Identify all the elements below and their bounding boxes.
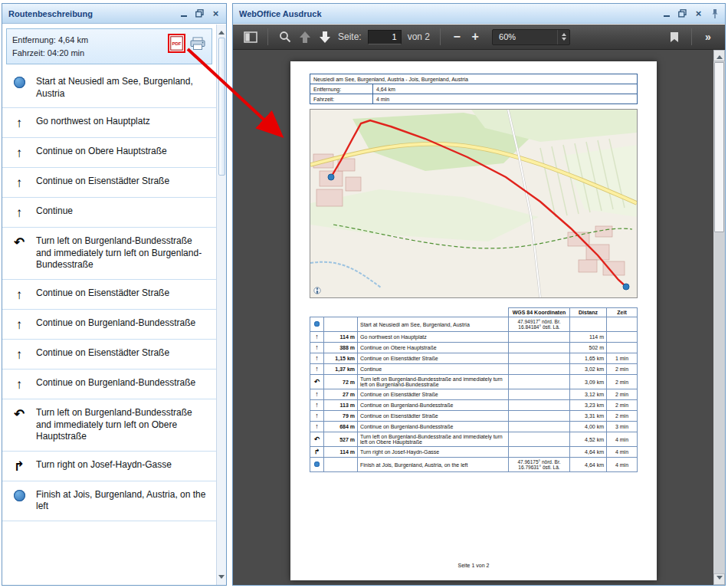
segment-distance: 1,37 km (324, 364, 358, 375)
close-button[interactable]: × (209, 8, 222, 20)
maneuver-icon: ↑ (315, 412, 319, 419)
segment-distance: 527 m (324, 432, 358, 447)
route-step[interactable]: ↶ Turn left on Burgenland-Bundesstraße a… (2, 399, 216, 452)
maneuver-icon (2, 76, 36, 100)
column-coordinates: WGS 84 Koordinaten (509, 308, 570, 317)
window-controls: × (660, 8, 721, 20)
maneuver-icon: ↑ (2, 205, 36, 219)
route-step[interactable]: Finish at Jois, Burgenland, Austria, on … (2, 481, 216, 521)
cumulative-distance: 502 m (570, 343, 607, 353)
cumulative-time: 2 min (607, 400, 638, 411)
maneuver-icon: ↑ (315, 333, 319, 340)
step-text: Start at Neusiedl am See, Burgenland, Au… (36, 76, 213, 100)
sidebar-toggle-button[interactable] (241, 27, 261, 47)
cumulative-distance: 3,09 km (570, 375, 607, 389)
scroll-down-button[interactable] (713, 573, 725, 585)
pdf-page-area: Neusiedl am See, Burgenland, Austria - J… (233, 50, 713, 585)
segment-distance: 79 m (324, 411, 358, 422)
scroll-down-icon[interactable] (218, 575, 225, 582)
restore-button[interactable] (193, 8, 206, 20)
route-duration: Fahrzeit: 04:20 min (12, 47, 88, 60)
cumulative-distance: 4,64 km (570, 458, 607, 472)
step-text: Continue on Burgenland-Bundesstraße (36, 317, 202, 331)
cumulative-distance: 4,64 km (570, 447, 607, 458)
minimize-button[interactable] (660, 8, 673, 20)
coordinates-value: 47.96175° nörd. Br. 16.79631° östl. Lä. (509, 458, 570, 472)
zoom-select[interactable]: 60% (492, 29, 570, 45)
coordinates-value (509, 364, 570, 375)
route-table-row: ↑ 1,15 km Continue on Eisenstädter Straß… (310, 353, 638, 364)
up-arrow-icon (299, 31, 311, 44)
restore-button[interactable] (676, 8, 689, 20)
page-input[interactable] (368, 30, 402, 44)
maneuver-text: Continue on Eisenstädter Straße (358, 353, 509, 364)
step-text: Turn right on Josef-Haydn-Gasse (36, 459, 178, 473)
route-table-row: ↑ 1,37 km Continue 3,02 km 2 min (310, 364, 638, 375)
segment-distance: 1,15 km (324, 353, 358, 364)
cumulative-distance: 3,31 km (570, 411, 607, 422)
zoom-out-button[interactable]: − (448, 27, 466, 47)
next-page-button[interactable] (315, 27, 335, 47)
route-step[interactable]: ↑ Continue on Burgenland-Bundesstraße (2, 370, 216, 399)
maneuver-text: Continue (358, 364, 509, 375)
route-table-row: ↶ 72 m Turn left on Burgenland-Bundesstr… (310, 375, 638, 389)
segment-distance (324, 317, 358, 332)
segment-distance: 72 m (324, 375, 358, 389)
zoom-in-button[interactable]: + (466, 27, 484, 47)
scrollbar-thumb[interactable] (714, 62, 724, 232)
toolbar-right-group: » (664, 27, 717, 47)
maneuver-icon: ↑ (2, 377, 36, 391)
coordinates-value (509, 432, 570, 447)
document-header-table: Neusiedl am See, Burgenland, Austria - J… (310, 74, 638, 104)
segment-distance (324, 458, 358, 472)
route-step[interactable]: ↑ Continue on Burgenland-Bundesstraße (2, 310, 216, 340)
more-tools-button[interactable]: » (699, 27, 717, 47)
pin-button[interactable] (708, 8, 721, 20)
maneuver-icon: ↑ (315, 354, 319, 362)
maneuver-icon: ↱ (2, 459, 36, 473)
scrollbar-thumb[interactable] (218, 38, 225, 176)
route-step[interactable]: Start at Neusiedl am See, Burgenland, Au… (2, 68, 216, 108)
route-step[interactable]: ↱ Turn right on Josef-Haydn-Gasse (2, 452, 216, 481)
route-step[interactable]: ↶ Turn left on Burgenland-Bundesstraße a… (2, 228, 216, 280)
viewer-scrollbar[interactable] (713, 50, 725, 585)
route-step[interactable]: ↑ Go northwest on Hauptplatz (2, 108, 216, 138)
scroll-up-icon (717, 52, 723, 59)
step-text: Continue on Obere Hauptstraße (36, 146, 173, 159)
restore-icon (195, 9, 204, 18)
segment-distance: 684 m (324, 422, 358, 432)
pdf-export-button[interactable]: PDF (170, 36, 183, 51)
scroll-up-icon[interactable] (218, 28, 225, 34)
maneuver-icon (314, 461, 320, 468)
route-panel-scrollbar[interactable] (216, 25, 226, 585)
scroll-up-button[interactable] (713, 50, 725, 61)
close-button[interactable]: × (692, 8, 705, 20)
route-step[interactable]: ↑ Continue on Obere Hauptstraße (2, 138, 216, 168)
step-text: Go northwest on Hauptplatz (36, 116, 156, 130)
maneuver-icon: ↑ (2, 347, 36, 361)
search-button[interactable] (275, 27, 295, 47)
route-description-panel: Routenbeschreibung × Entfernung: 4,64 km… (2, 3, 227, 586)
maneuver-text: Turn right on Josef-Haydn-Gasse (358, 447, 509, 458)
coordinates-value (509, 447, 570, 458)
minimize-button[interactable] (177, 8, 190, 20)
segment-distance: 27 m (324, 389, 358, 400)
maneuver-icon (314, 320, 320, 328)
bookmark-button[interactable] (664, 27, 684, 47)
coordinates-value (509, 411, 570, 422)
window-controls: × (177, 8, 222, 20)
previous-page-button[interactable] (295, 27, 315, 47)
route-step[interactable]: ↑ Continue on Eisenstädter Straße (2, 340, 216, 370)
route-step[interactable]: ↑ Continue (2, 198, 216, 228)
page-number-footer: Seite 1 von 2 (290, 563, 657, 568)
cumulative-distance: 3,02 km (570, 364, 607, 375)
route-table-row: ↑ 114 m Go northwest on Hauptplatz 114 m (310, 332, 638, 343)
cumulative-distance: 4,52 km (570, 432, 607, 447)
route-table-row: ↑ 388 m Continue on Obere Hauptstraße 50… (310, 343, 638, 353)
toolbar-separator (691, 28, 692, 45)
coordinates-value: 47.94917° nörd. Br. 16.84184° östl. Lä. (509, 317, 570, 332)
print-button[interactable] (189, 37, 206, 51)
cumulative-time: 3 min (607, 422, 638, 432)
route-step[interactable]: ↑ Continue on Eisenstädter Straße (2, 280, 216, 310)
route-step[interactable]: ↑ Continue on Eisenstädter Straße (2, 168, 216, 198)
